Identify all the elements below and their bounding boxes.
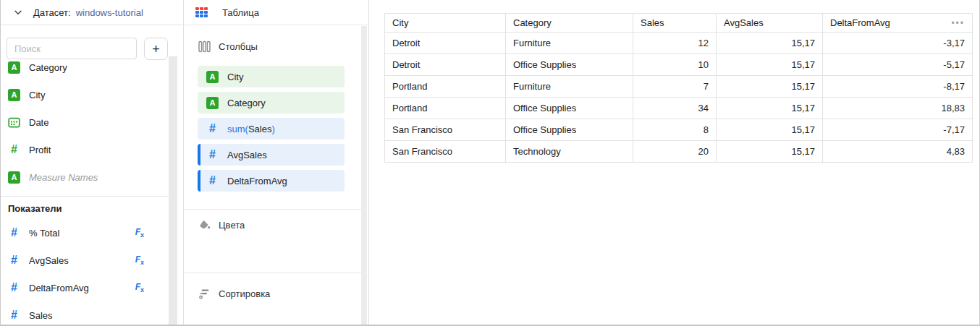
cell-deltafromavg: 4,83: [823, 141, 973, 163]
field-row-category[interactable]: A Category: [1, 53, 169, 81]
number-type-icon: #: [8, 309, 20, 322]
left-panel-scrollbar[interactable]: [169, 56, 177, 325]
columns-chip-deltafromavg[interactable]: # DeltaFromAvg: [198, 170, 345, 192]
columns-chip-sum-sales[interactable]: # sum(Sales): [198, 118, 345, 140]
columns-chip-city[interactable]: A City: [198, 66, 345, 87]
date-type-icon: [8, 116, 20, 129]
field-label: Profit: [29, 145, 51, 155]
table-chart-icon: [195, 7, 208, 17]
cell-avgsales: 15,17: [717, 119, 823, 141]
cell-deltafromavg: -3,17: [823, 33, 973, 54]
cell-category: Furniture: [506, 33, 633, 54]
chip-label: Category: [227, 98, 266, 108]
cell-city: Portland: [385, 98, 506, 119]
table-row: San Francisco Technology 20 15,17 4,83: [385, 141, 973, 163]
field-label: City: [29, 90, 45, 100]
cell-sales: 7: [633, 76, 717, 98]
field-label: Sales: [29, 310, 53, 321]
cell-sales: 8: [633, 119, 717, 141]
formula-icon: Fx: [135, 282, 144, 293]
chip-label: City: [227, 72, 243, 82]
columns-icon: [195, 40, 213, 53]
cell-sales: 34: [633, 98, 717, 119]
colors-section[interactable]: Цвета: [185, 215, 368, 235]
number-type-icon: #: [206, 148, 219, 161]
columns-chip-list: A City A Category # sum(Sales) # AvgSale…: [185, 66, 368, 192]
field-row-sales[interactable]: # Sales: [1, 301, 169, 326]
field-row-deltafromavg[interactable]: # DeltaFromAvg Fx: [1, 274, 169, 301]
dataset-name-link[interactable]: windows-tutorial: [76, 7, 143, 18]
table-row: Portland Furniture 7 15,17 -8,17: [385, 76, 973, 98]
divider: [185, 209, 363, 210]
cell-sales: 12: [633, 33, 717, 54]
table-header-row: City Category Sales AvgSales DeltaFromAv…: [385, 14, 973, 33]
dataset-fields-panel: Датасет: windows-tutorial + A Category A…: [1, 0, 184, 325]
field-label: AvgSales: [29, 255, 69, 266]
columns-chip-category[interactable]: A Category: [198, 92, 345, 113]
field-label: DeltaFromAvg: [29, 283, 89, 293]
sort-section[interactable]: Сортировка: [185, 283, 368, 304]
number-type-icon: #: [8, 143, 20, 156]
table-row: Detroit Furniture 12 15,17 -3,17: [385, 33, 973, 54]
string-type-icon: A: [8, 171, 20, 184]
field-row-city[interactable]: A City: [1, 81, 169, 108]
number-type-icon: #: [206, 174, 219, 187]
chip-label: DeltaFromAvg: [227, 176, 287, 186]
table-row: Portland Office Supplies 34 15,17 18,83: [385, 98, 973, 119]
colors-section-label: Цвета: [219, 220, 245, 231]
cell-avgsales: 15,17: [717, 54, 823, 76]
cell-deltafromavg: -8,17: [823, 76, 973, 98]
field-row-profit[interactable]: # Profit: [1, 136, 169, 163]
formula-icon: Fx: [135, 227, 144, 239]
columns-section-header: Столбцы: [185, 36, 368, 56]
columns-chip-avgsales[interactable]: # AvgSales: [198, 144, 345, 166]
column-header-sales[interactable]: Sales: [633, 14, 717, 33]
string-type-icon: A: [8, 61, 20, 74]
more-menu-icon[interactable]: •••: [951, 19, 965, 27]
table-row: Detroit Office Supplies 10 15,17 -5,17: [385, 54, 973, 76]
chevron-down-icon[interactable]: [12, 7, 24, 18]
dataset-bar: Датасет: windows-tutorial: [1, 0, 183, 25]
field-row-measure-names[interactable]: A Measure Names: [1, 163, 169, 191]
chip-label: AvgSales: [227, 150, 267, 160]
cell-category: Office Supplies: [506, 98, 633, 119]
field-row-date[interactable]: Date: [1, 108, 169, 136]
cell-category: Office Supplies: [506, 119, 633, 141]
chip-label: sum(Sales): [227, 124, 275, 134]
paint-bucket-icon: [195, 218, 213, 232]
cell-deltafromavg: -7,17: [823, 119, 973, 141]
number-type-icon: #: [206, 122, 219, 135]
column-header-category[interactable]: Category: [506, 14, 633, 33]
cell-avgsales: 15,17: [717, 141, 823, 163]
cell-city: San Francisco: [385, 119, 506, 141]
column-header-city[interactable]: City: [385, 14, 506, 33]
field-label: % Total: [29, 228, 59, 239]
config-panel-scrollbar[interactable]: [361, 26, 367, 325]
number-type-icon: #: [8, 226, 20, 239]
cell-city: Detroit: [385, 33, 506, 54]
cell-deltafromavg: 18,83: [823, 98, 973, 119]
field-row-avgsales[interactable]: # AvgSales Fx: [1, 246, 169, 274]
cell-category: Office Supplies: [506, 54, 633, 76]
divider: [185, 273, 363, 273]
chart-config-panel: Таблица Столбцы A City A Category #: [185, 0, 369, 325]
column-header-avgsales[interactable]: AvgSales: [717, 14, 823, 33]
chart-type-selector[interactable]: Таблица: [185, 0, 368, 25]
measures-section-title: Показатели: [8, 203, 62, 214]
sort-section-label: Сортировка: [219, 288, 270, 299]
measures-list: # % Total Fx # AvgSales Fx # DeltaFromAv…: [1, 219, 169, 326]
cell-sales: 10: [633, 54, 717, 76]
dimensions-list: A Category A City Date # Profit A Measur…: [1, 53, 169, 191]
chart-type-label: Таблица: [222, 7, 259, 18]
field-label: Date: [29, 117, 48, 128]
field-row-percent-total[interactable]: # % Total Fx: [1, 219, 169, 246]
preview-table: City Category Sales AvgSales DeltaFromAv…: [384, 13, 973, 163]
column-header-deltafromavg[interactable]: DeltaFromAvg•••: [823, 14, 973, 33]
columns-section: Столбцы A City A Category # sum(Sales) #…: [185, 36, 368, 196]
datalens-wizard-window: Датасет: windows-tutorial + A Category A…: [0, 0, 980, 326]
string-type-icon: A: [8, 89, 20, 101]
cell-category: Furniture: [506, 76, 633, 98]
number-type-icon: #: [8, 254, 20, 267]
divider: [1, 196, 169, 197]
cell-sales: 20: [633, 141, 717, 163]
